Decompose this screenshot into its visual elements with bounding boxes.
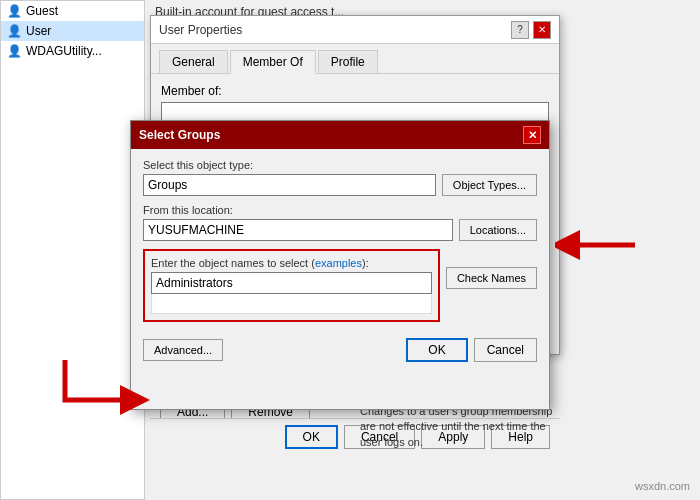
user-icon: 👤 (7, 44, 22, 58)
watermark: wsxdn.com (635, 480, 690, 492)
up-ok-button[interactable]: OK (285, 425, 338, 449)
object-type-row: Object Types... (143, 174, 537, 196)
close-sg-button[interactable]: ✕ (523, 126, 541, 144)
user-props-titlebar: User Properties ? ✕ (151, 16, 559, 44)
object-type-input[interactable] (143, 174, 436, 196)
location-row: Locations... (143, 219, 537, 241)
user-props-title: User Properties (159, 23, 242, 37)
select-groups-dialog: Select Groups ✕ Select this object type:… (130, 120, 550, 410)
help-titlebar-btn[interactable]: ? (511, 21, 529, 39)
tab-member-of[interactable]: Member Of (230, 50, 316, 74)
title-controls: ? ✕ (511, 21, 551, 39)
locations-button[interactable]: Locations... (459, 219, 537, 241)
arrow-left-down-icon (55, 350, 175, 430)
object-extra-area (151, 294, 432, 314)
check-names-button[interactable]: Check Names (446, 267, 537, 289)
sg-body: Select this object type: Object Types...… (131, 149, 549, 372)
list-item-user[interactable]: 👤 User (1, 21, 144, 41)
sg-ok-button[interactable]: OK (406, 338, 467, 362)
examples-link[interactable]: examples (315, 257, 362, 269)
sg-ok-cancel: OK Cancel (406, 338, 537, 362)
arrow-right-icon (555, 230, 645, 280)
object-type-label: Select this object type: (143, 159, 537, 171)
tab-general[interactable]: General (159, 50, 228, 73)
select-groups-title: Select Groups (139, 128, 220, 142)
user-props-tabs: General Member Of Profile (151, 44, 559, 74)
user-icon: 👤 (7, 4, 22, 18)
sg-bottom-row: Advanced... OK Cancel (143, 338, 537, 362)
tab-profile[interactable]: Profile (318, 50, 378, 73)
list-item-wdag[interactable]: 👤 WDAGUtility... (1, 41, 144, 61)
object-names-section: Enter the object names to select (exampl… (143, 249, 440, 322)
list-item-guest[interactable]: 👤 Guest (1, 1, 144, 21)
user-icon: 👤 (7, 24, 22, 38)
location-input[interactable] (143, 219, 453, 241)
enter-object-label: Enter the object names to select (exampl… (151, 257, 432, 269)
sg-cancel-button[interactable]: Cancel (474, 338, 537, 362)
location-label: From this location: (143, 204, 537, 216)
close-titlebar-btn[interactable]: ✕ (533, 21, 551, 39)
object-names-input[interactable] (151, 272, 432, 294)
object-types-button[interactable]: Object Types... (442, 174, 537, 196)
select-groups-titlebar: Select Groups ✕ (131, 121, 549, 149)
member-of-label: Member of: (161, 84, 549, 98)
changes-note: Changes to a user's group membership are… (360, 404, 560, 450)
check-names-container: Check Names (446, 249, 537, 293)
